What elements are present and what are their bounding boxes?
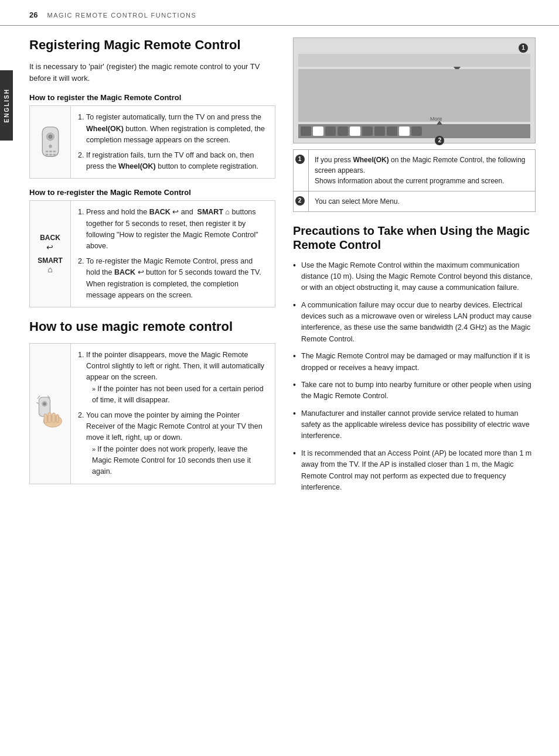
precaution-item-6: It is recommended that an Access Point (… [293, 448, 536, 494]
smart-symbol: ⌂ [38, 265, 63, 274]
info-text-1: If you press Wheel(OK) on the Magic Remo… [309, 150, 535, 191]
tv-menu-icon-3 [325, 126, 336, 136]
how-to-use-text-cell: If the pointer disappears, move the Magi… [71, 344, 275, 484]
remote-icon [36, 126, 65, 158]
svg-point-12 [43, 402, 46, 405]
precautions-title: Precautions to Take when Using the Magic… [293, 224, 536, 252]
back-label-group: BACK ↩ [40, 234, 60, 251]
tv-menu-bar [298, 124, 530, 138]
svg-point-2 [48, 135, 52, 139]
precautions-list: Use the Magic Remote Control within the … [293, 260, 536, 494]
tv-screen-container: 1 More [293, 37, 536, 143]
smart-label-group: SMART ⌂ [38, 256, 63, 274]
main-content: Registering Magic Remote Control It is n… [0, 26, 559, 511]
svg-rect-5 [49, 150, 52, 152]
precautions-section: Precautions to Take when Using the Magic… [293, 224, 536, 494]
right-column: 1 More [293, 37, 536, 499]
page-header-title: MAGIC REMOTE CONTROL FUNCTIONS [47, 12, 196, 19]
svg-rect-9 [53, 154, 56, 156]
tv-menu-icon-8 [387, 126, 397, 136]
reregister-text-cell: Press and hold the BACK ↩ and SMART ⌂ bu… [71, 201, 275, 307]
left-column: Registering Magic Remote Control It is n… [29, 37, 275, 499]
reregister-instruction-box: BACK ↩ SMART ⌂ Press and hold the BACK ↩… [29, 200, 275, 307]
svg-rect-7 [45, 154, 48, 156]
svg-rect-14 [44, 414, 47, 423]
how-to-register-label: How to register the Magic Remote Control [29, 93, 275, 102]
page-number: 26 [29, 11, 38, 19]
precaution-item-1: Use the Magic Remote Control within the … [293, 260, 536, 294]
tv-menu-icon-9 [399, 126, 410, 136]
tv-top-bar [298, 54, 530, 67]
svg-rect-4 [45, 150, 48, 152]
info-circle-2: 2 [295, 196, 305, 206]
circle-1-icon: 1 [519, 43, 528, 53]
tv-menu-icon-4 [338, 126, 348, 136]
register-icon-cell [30, 106, 71, 178]
tv-menu-icon-10 [411, 126, 422, 136]
register-text-cell: To register automatically, turn the TV o… [71, 106, 275, 178]
circle-2-container: 2 [435, 135, 446, 145]
tv-arrow-up-icon [437, 121, 442, 125]
tv-menu-icon-5 [350, 126, 360, 136]
page-container: ENGLISH 26 MAGIC REMOTE CONTROL FUNCTION… [0, 0, 559, 756]
svg-rect-17 [56, 415, 59, 423]
circle-2-icon: 2 [435, 136, 444, 145]
hand-remote-cell [30, 344, 71, 484]
info-num-2: 2 [294, 191, 309, 211]
page-header: 26 MAGIC REMOTE CONTROL FUNCTIONS [0, 0, 559, 26]
svg-rect-6 [53, 150, 56, 152]
info-text-2: You can select More Menu. [309, 191, 405, 211]
how-to-reregister-label: How to re-register the Magic Remote Cont… [29, 188, 275, 197]
svg-rect-8 [49, 154, 52, 156]
precaution-item-5: Manufacturer and installer cannot provid… [293, 408, 536, 442]
tv-menu-icon-2 [313, 126, 323, 136]
precaution-item-2: A communication failure may occur due to… [293, 300, 536, 345]
precaution-item-4: Take care not to bump into nearby furnit… [293, 379, 536, 402]
svg-rect-16 [52, 413, 55, 422]
back-label: BACK [40, 234, 60, 242]
tv-screen-inner: 1 More [294, 38, 535, 143]
tv-menu-icon-6 [362, 126, 373, 136]
info-circle-1: 1 [295, 155, 305, 164]
svg-rect-15 [48, 412, 51, 422]
hand-remote-icon [35, 395, 66, 433]
info-num-1: 1 [294, 150, 309, 191]
how-to-use-title: How to use magic remote control [29, 319, 275, 334]
precaution-item-3: The Magic Remote Control may be damaged … [293, 351, 536, 374]
side-tab: ENGLISH [0, 70, 13, 141]
svg-point-3 [49, 145, 52, 148]
svg-line-20 [36, 402, 39, 404]
tv-menu-icon-7 [374, 126, 385, 136]
how-to-use-section: How to use magic remote control [29, 319, 275, 484]
how-to-use-instruction-box: If the pointer disappears, move the Magi… [29, 343, 275, 484]
registering-intro: It is necessary to 'pair' (register) the… [29, 61, 275, 84]
smart-label: SMART [38, 256, 63, 265]
back-symbol: ↩ [40, 242, 60, 252]
tv-menu-icon-1 [301, 126, 311, 136]
register-instruction-box: To register automatically, turn the TV o… [29, 105, 275, 179]
info-row-1: 1 If you press Wheel(OK) on the Magic Re… [294, 150, 535, 191]
info-row-2: 2 You can select More Menu. [294, 191, 535, 211]
side-tab-text: ENGLISH [4, 88, 10, 122]
info-table: 1 If you press Wheel(OK) on the Magic Re… [293, 149, 536, 212]
tv-screen-body [298, 69, 530, 122]
registering-title: Registering Magic Remote Control [29, 37, 275, 53]
back-smart-cell: BACK ↩ SMART ⌂ [30, 201, 71, 307]
